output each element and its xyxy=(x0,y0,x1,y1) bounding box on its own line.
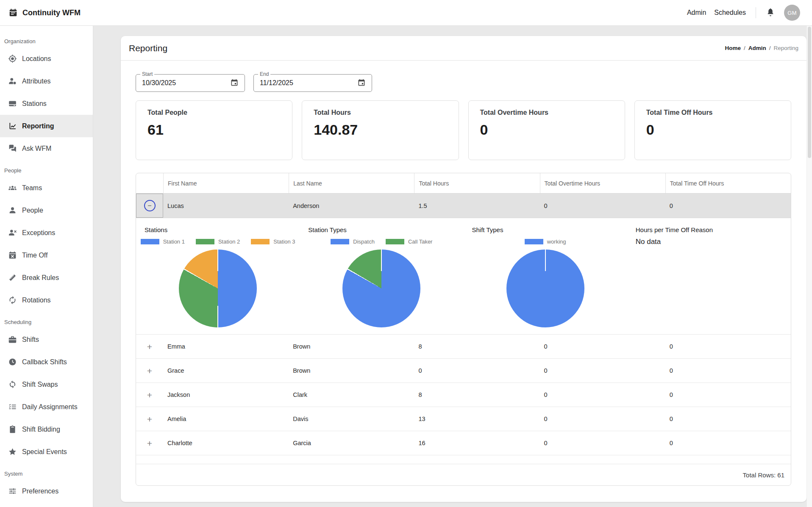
table-row[interactable]: + Grace Brown 0 0 0 xyxy=(136,359,791,383)
my-location-icon xyxy=(8,54,17,63)
summary-card-total-time-off-hours: Total Time Off Hours 0 xyxy=(634,100,791,160)
sidebar-item-stations[interactable]: Stations xyxy=(0,92,93,115)
sidebar-item-shifts[interactable]: Shifts xyxy=(0,328,93,351)
legend-item: Dispatch xyxy=(331,238,375,245)
chart-station-types: Station Types DispatchCall Taker xyxy=(300,226,463,327)
sidebar-item-label: Shifts xyxy=(22,336,39,344)
cell-total-overtime-hours: 0 xyxy=(540,367,665,374)
table-row[interactable]: + Emma Brown 8 0 0 xyxy=(136,335,791,359)
top-bar: Continuity WFM Admin Schedules GM xyxy=(0,0,812,26)
breadcrumb-current: Reporting xyxy=(773,45,798,51)
expand-row-button[interactable]: + xyxy=(147,366,152,375)
rotate-icon xyxy=(8,296,17,305)
table-row[interactable]: + Jackson Clark 8 0 0 xyxy=(136,383,791,407)
nav-divider xyxy=(756,7,756,18)
cell-total-overtime-hours: 0 xyxy=(540,343,665,350)
sidebar-section-people: People xyxy=(0,160,93,177)
expander-cell: − xyxy=(136,194,163,218)
sidebar-item-shift-bidding[interactable]: Shift Bidding xyxy=(0,418,93,441)
cell-total-time-off-hours: 0 xyxy=(665,367,791,374)
person-x-icon xyxy=(8,228,17,237)
clipboard-icon xyxy=(8,425,17,434)
sidebar-item-exceptions[interactable]: Exceptions xyxy=(0,222,93,244)
cell-last-name: Brown xyxy=(289,343,414,350)
breadcrumb-home[interactable]: Home xyxy=(725,45,741,51)
start-calendar-icon[interactable] xyxy=(230,78,239,88)
legend-item: Station 1 xyxy=(141,238,185,245)
expander-cell: + xyxy=(136,335,163,358)
chart-legend: Station 1Station 2Station 3 xyxy=(136,238,300,244)
sidebar-item-daily-assignments[interactable]: Daily Assignments xyxy=(0,396,93,418)
cell-total-time-off-hours: 0 xyxy=(665,343,791,350)
scrollbar-thumb[interactable] xyxy=(808,27,811,158)
end-calendar-icon[interactable] xyxy=(357,78,367,88)
nav-schedules[interactable]: Schedules xyxy=(714,9,746,17)
top-nav: Admin Schedules GM xyxy=(687,5,800,21)
page-header: Reporting Home / Admin / Reporting xyxy=(121,36,806,61)
legend-item: Station 3 xyxy=(251,238,295,245)
sidebar-item-callback-shifts[interactable]: Callback Shifts xyxy=(0,351,93,373)
sidebar-item-rotations[interactable]: Rotations xyxy=(0,289,93,311)
star-icon xyxy=(8,447,17,456)
cell-total-hours: 8 xyxy=(414,391,539,398)
sidebar-item-special-events[interactable]: Special Events xyxy=(0,441,93,463)
nav-admin[interactable]: Admin xyxy=(687,9,706,17)
expand-row-button[interactable]: + xyxy=(147,415,152,424)
sidebar-item-teams[interactable]: Teams xyxy=(0,177,93,199)
expander-cell: + xyxy=(136,431,163,455)
avatar[interactable]: GM xyxy=(784,5,800,21)
column-header-total-overtime-hours: Total Overtime Hours xyxy=(540,173,665,193)
sidebar-item-label: Rotations xyxy=(22,296,51,304)
cell-total-time-off-hours: 0 xyxy=(665,440,791,446)
end-date-field[interactable]: End 11/12/2025 xyxy=(253,74,372,92)
breadcrumb-admin[interactable]: Admin xyxy=(748,45,766,51)
legend-item: working xyxy=(525,238,566,245)
expand-row-button[interactable]: + xyxy=(147,391,152,399)
sidebar-item-locations[interactable]: Locations xyxy=(0,47,93,70)
legend-item: Station 2 xyxy=(196,238,240,245)
expander-cell: + xyxy=(136,407,163,431)
sidebar-item-label: Ask WFM xyxy=(22,145,51,152)
sidebar-item-reporting[interactable]: Reporting xyxy=(0,115,93,137)
ruler-icon xyxy=(8,273,17,282)
sidebar-item-shift-swaps[interactable]: Shift Swaps xyxy=(0,373,93,396)
breadcrumb: Home / Admin / Reporting xyxy=(725,45,798,51)
table-row[interactable]: − Lucas Anderson 1.5 0 0 xyxy=(136,194,791,218)
table-row[interactable]: + Charlotte Garcia 16 0 0 xyxy=(136,431,791,455)
chart-title: Hours per Time Off Reason xyxy=(627,226,791,233)
cell-first-name: Grace xyxy=(163,367,289,374)
sidebar-section-scheduling: Scheduling xyxy=(0,311,93,328)
expand-row-button[interactable]: + xyxy=(147,439,152,448)
cell-last-name: Anderson xyxy=(289,202,414,209)
sidebar-item-label: Callback Shifts xyxy=(22,358,67,366)
sidebar-item-people[interactable]: People xyxy=(0,199,93,222)
cell-total-hours: 13 xyxy=(414,416,539,422)
expand-row-button[interactable]: + xyxy=(147,342,152,351)
briefcase-icon xyxy=(8,335,17,344)
collapse-row-button[interactable]: − xyxy=(144,200,156,211)
summary-card-total-overtime-hours: Total Overtime Hours 0 xyxy=(468,100,625,160)
sidebar-item-time-off[interactable]: Time Off xyxy=(0,244,93,266)
sync-icon xyxy=(8,380,17,389)
table-row[interactable]: + Amelia Davis 13 0 0 xyxy=(136,407,791,431)
summary-title: Total Overtime Hours xyxy=(480,109,613,116)
table-header-row: First Name Last Name Total Hours Total O… xyxy=(136,173,791,194)
sidebar-item-preferences[interactable]: Preferences xyxy=(0,480,93,502)
cell-total-overtime-hours: 0 xyxy=(540,391,665,398)
notifications-bell-icon[interactable] xyxy=(766,8,776,18)
start-date-field[interactable]: Start 10/30/2025 xyxy=(136,74,245,92)
sidebar-item-attributes[interactable]: Attributes xyxy=(0,70,93,92)
sidebar-item-ask-wfm[interactable]: Ask WFM xyxy=(0,137,93,160)
sidebar-item-label: Daily Assignments xyxy=(22,403,78,411)
cell-first-name: Charlotte xyxy=(163,440,289,446)
sidebar-item-break-rules[interactable]: Break Rules xyxy=(0,266,93,289)
summary-value: 61 xyxy=(147,122,281,138)
page-scrollbar[interactable] xyxy=(806,26,812,507)
chart-shift-types: Shift Types working xyxy=(464,226,627,327)
column-header-total-time-off-hours: Total Time Off Hours xyxy=(665,173,791,193)
cell-total-overtime-hours: 0 xyxy=(540,416,665,422)
sidebar-item-label: Teams xyxy=(22,184,42,192)
page-title: Reporting xyxy=(129,43,167,53)
cell-last-name: Garcia xyxy=(289,440,414,446)
stations-pie-chart xyxy=(179,249,257,327)
